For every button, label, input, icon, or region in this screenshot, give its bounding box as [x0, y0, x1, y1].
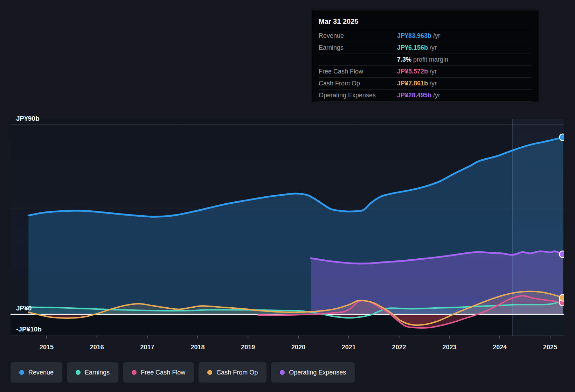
x-axis-label: 2022 — [392, 344, 406, 351]
revenue-dot-icon — [19, 370, 24, 375]
legend-label: Revenue — [28, 369, 54, 376]
below-zero-background — [11, 314, 564, 336]
legend-label: Earnings — [85, 369, 110, 376]
free-cash-flow-dot-icon — [132, 370, 137, 375]
operating-expenses-dot-icon — [280, 370, 285, 375]
legend-label: Cash From Op — [216, 369, 258, 376]
legend-item-revenue[interactable]: Revenue — [11, 362, 62, 383]
x-axis-label: 2021 — [342, 344, 356, 351]
series-revenue-marker[interactable] — [559, 134, 566, 141]
x-axis-label: 2015 — [40, 344, 54, 351]
tooltip-row-earnings: Earnings JP¥6.156b /yr — [319, 42, 532, 54]
x-axis-label: 2016 — [90, 344, 104, 351]
x-axis-label: 2025 — [543, 344, 557, 351]
legend-label: Free Cash Flow — [141, 369, 185, 376]
stock-financials-chart: 2015201620172018201920202021202220232024… — [0, 0, 575, 392]
tooltip-row-free-cash-flow: Free Cash Flow JP¥5.572b /yr — [319, 65, 532, 77]
tooltip-row-operating-expenses: Operating Expenses JP¥28.495b /yr — [319, 89, 532, 102]
legend-label: Operating Expenses — [289, 369, 346, 376]
legend-item-operating-expenses[interactable]: Operating Expenses — [271, 362, 355, 383]
tooltip-row-revenue: Revenue JP¥83.963b /yr — [319, 30, 532, 42]
legend-item-earnings[interactable]: Earnings — [67, 362, 118, 383]
x-axis-label: 2023 — [442, 344, 456, 351]
tooltip-row-profit-margin: 7.3% profit margin — [319, 54, 532, 65]
tooltip-date: Mar 31 2025 — [319, 15, 532, 30]
earnings-dot-icon — [76, 370, 81, 375]
chart-legend: Revenue Earnings Free Cash Flow Cash Fro… — [11, 362, 355, 383]
x-axis-label: 2020 — [291, 344, 305, 351]
series-cash_from_op-marker[interactable] — [559, 294, 566, 301]
chart-tooltip: Mar 31 2025 Revenue JP¥83.963b /yr Earni… — [312, 10, 539, 102]
y-axis-label: JP¥0 — [16, 304, 32, 312]
y-axis-label: -JP¥10b — [16, 326, 42, 333]
legend-item-free-cash-flow[interactable]: Free Cash Flow — [123, 362, 194, 383]
x-axis-label: 2018 — [190, 344, 205, 351]
cash-from-op-dot-icon — [207, 370, 212, 375]
series-operating_expenses-marker[interactable] — [559, 251, 566, 258]
x-axis-label: 2024 — [493, 344, 507, 351]
y-axis-label: JP¥90b — [16, 115, 40, 122]
x-axis-label: 2017 — [140, 344, 154, 351]
legend-item-cash-from-op[interactable]: Cash From Op — [199, 362, 266, 383]
x-axis-label: 2019 — [241, 344, 255, 351]
tooltip-row-cash-from-op: Cash From Op JP¥7.861b /yr — [319, 77, 532, 89]
